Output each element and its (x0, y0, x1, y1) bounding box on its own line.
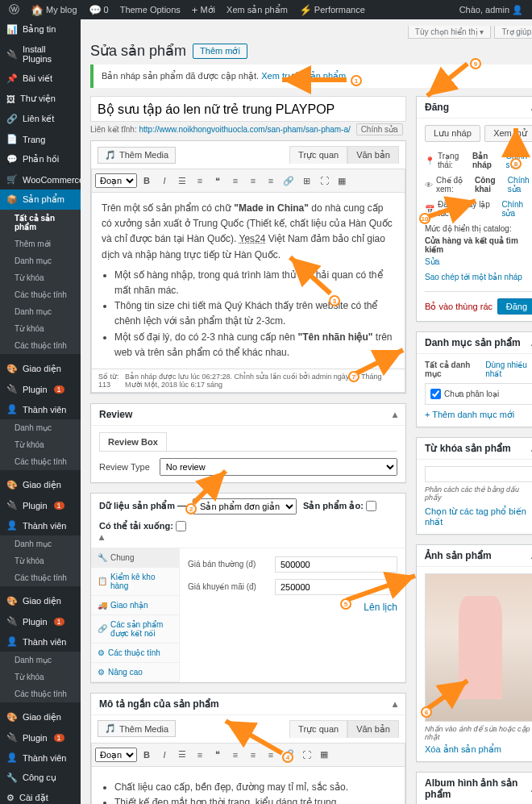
sidebar-subitem[interactable]: Các thuộc tính (0, 286, 81, 303)
sidebar-item[interactable]: ⚙Cài đặt (0, 788, 81, 804)
view-product[interactable]: Xem sản phẩm (222, 5, 292, 15)
product-data-tab[interactable]: ⚙ Nâng cao (91, 663, 179, 682)
edit-date-link[interactable]: Chính sửa (501, 200, 532, 218)
sidebar-item[interactable]: 🖼Thư viện (0, 89, 81, 109)
sidebar-item[interactable]: 👤Thành viên (0, 748, 81, 768)
bold-icon[interactable]: B (139, 173, 155, 189)
align-center-icon[interactable]: ≡ (245, 747, 261, 763)
sidebar-item[interactable]: 📌Bài viết (0, 69, 81, 89)
regular-price-input[interactable] (275, 556, 397, 573)
sidebar-item[interactable]: 🎨Giao diện (0, 475, 81, 495)
quote-icon[interactable]: ❝ (210, 747, 226, 763)
align-center-icon[interactable]: ≡ (245, 173, 261, 189)
preview-button[interactable]: Xem thử (484, 125, 532, 142)
format-select-2[interactable]: Đoạn (95, 748, 137, 762)
number-list-icon[interactable]: ≡ (192, 747, 208, 763)
cat-uncategorized[interactable]: Chưa phân loại (430, 389, 530, 399)
sidebar-subitem[interactable]: Từ khóa (0, 436, 81, 453)
sidebar-subitem[interactable]: Từ khóa (0, 669, 81, 685)
toggle-icon[interactable]: ▴ (393, 409, 397, 420)
review-type-select[interactable]: No review (160, 458, 397, 476)
more-icon[interactable]: ⊞ (298, 173, 314, 189)
sidebar-item[interactable]: 🔌Install Plugins (0, 40, 81, 69)
fullscreen-icon[interactable]: ⛶ (298, 747, 314, 763)
tag-input[interactable] (425, 466, 532, 482)
product-type-select[interactable]: Sản phẩm đơn giản (193, 498, 297, 514)
sidebar-item[interactable]: 👤Thành viên (0, 515, 81, 535)
sidebar-item[interactable]: 🔧Công cụ (0, 768, 81, 788)
permalink-url[interactable]: http://www.noikhongvoithuocla.com/san-ph… (139, 125, 350, 134)
edit-catalog-link[interactable]: Sửa (425, 257, 439, 266)
toggle-icon[interactable]: ▴ (99, 531, 104, 543)
italic-icon[interactable]: I (156, 747, 172, 763)
wp-logo[interactable]: ⓦ (5, 2, 23, 17)
edit-slug-button[interactable]: Chính sửa (356, 123, 403, 135)
link-icon[interactable]: 🔗 (281, 747, 297, 763)
quote-icon[interactable]: ❝ (210, 173, 226, 189)
featured-image[interactable] (425, 573, 532, 722)
sidebar-item[interactable]: 📄Trang (0, 129, 81, 149)
downloadable-checkbox[interactable] (176, 521, 186, 531)
product-title-input[interactable] (90, 96, 406, 122)
bold-icon[interactable]: B (139, 747, 155, 763)
trash-link[interactable]: Bỏ vào thùng rác (425, 302, 493, 312)
help-button[interactable]: Trợ giúp ▾ (494, 26, 532, 39)
add-media-button-2[interactable]: 🎵 Thêm Media (98, 720, 176, 737)
sidebar-item[interactable]: 🔗Liên kết (0, 109, 81, 129)
text-tab[interactable]: Văn bản (347, 146, 399, 164)
product-data-tab[interactable]: 🚚 Giao nhận (91, 596, 179, 615)
sidebar-subitem[interactable]: Danh mục (0, 419, 81, 436)
save-draft-button[interactable]: Lưu nháp (425, 125, 480, 142)
product-data-tab[interactable]: 🔗 Các sản phẩm được kết nối (91, 615, 179, 644)
sidebar-item[interactable]: 🔌Plugin1 (0, 611, 81, 631)
screen-options-button[interactable]: Tùy chọn hiển thị ▾ (408, 26, 492, 39)
sidebar-item[interactable]: 🎨Giao diện (0, 591, 81, 611)
align-right-icon[interactable]: ≡ (263, 173, 279, 189)
copy-draft-link[interactable]: Sao chép tới một bản nháp (425, 273, 522, 281)
schedule-link[interactable]: Lên lịch (364, 602, 397, 613)
sidebar-subitem[interactable]: Các thuộc tính (0, 569, 81, 586)
choose-tags-link[interactable]: Chọn từ các tag phổ biến nhất (425, 506, 526, 527)
review-box-tab[interactable]: Review Box (99, 432, 167, 451)
product-data-tab[interactable]: 📋 Kiểm kê kho hàng (91, 568, 179, 596)
sidebar-item[interactable]: 🔌Plugin1 (0, 379, 81, 399)
sidebar-subitem[interactable]: Các thuộc tính (0, 453, 81, 470)
italic-icon[interactable]: I (156, 173, 172, 189)
theme-options[interactable]: Theme Options (116, 5, 185, 15)
site-name[interactable]: 🏠My blog (27, 4, 81, 16)
align-left-icon[interactable]: ≡ (227, 747, 243, 763)
content-editor[interactable]: Trên một số sản phẩm có chữ "Made in Chi… (91, 193, 405, 369)
sidebar-subitem[interactable]: Thêm mới (0, 235, 81, 252)
add-new-button[interactable]: Thêm mới (193, 44, 247, 59)
text-tab-2[interactable]: Văn bản (347, 720, 399, 738)
sidebar-item[interactable]: 🎨Giao diện (0, 707, 81, 727)
edit-visibility-link[interactable]: Chính sửa (508, 176, 532, 194)
sidebar-item[interactable]: 🔌Plugin1 (0, 727, 81, 748)
sidebar-subitem[interactable]: Danh mục (0, 652, 81, 669)
sidebar-subitem[interactable]: Các thuộc tính (0, 337, 81, 354)
preview-product-link[interactable]: Xem trước sản phẩm (261, 71, 346, 81)
format-select[interactable]: Đoạn (95, 173, 137, 188)
sidebar-subitem[interactable]: Danh mục (0, 252, 81, 269)
cat-tab-used[interactable]: Dùng nhiều nhất (485, 360, 532, 378)
publish-button[interactable]: Đăng (497, 298, 532, 315)
sidebar-item[interactable]: 🛒WooCommerce (0, 169, 81, 190)
number-list-icon[interactable]: ≡ (192, 173, 208, 189)
toolbar-toggle-icon[interactable]: ▦ (316, 747, 332, 763)
sidebar-item[interactable]: 💬Phản hồi (0, 149, 81, 169)
user-greeting[interactable]: Chào, admin 👤 (455, 5, 527, 15)
cat-tab-all[interactable]: Tất cả danh mục (425, 360, 479, 378)
sidebar-subitem[interactable]: Danh mục (0, 535, 81, 552)
sidebar-subitem[interactable]: Từ khóa (0, 269, 81, 286)
sidebar-subitem[interactable]: Từ khóa (0, 320, 81, 337)
sidebar-item[interactable]: 🔌Plugin1 (0, 495, 81, 515)
align-right-icon[interactable]: ≡ (263, 747, 279, 763)
virtual-checkbox[interactable] (366, 501, 376, 511)
sidebar-item[interactable]: 🎨Giao diện (0, 359, 81, 379)
sidebar-item[interactable]: 👤Thành viên (0, 399, 81, 419)
product-data-tab[interactable]: 🔧 Chung (91, 548, 179, 568)
performance-menu[interactable]: ⚡Performance (295, 4, 369, 16)
sidebar-item[interactable]: 👤Thành viên (0, 631, 81, 652)
product-data-tab[interactable]: ⚙ Các thuộc tính (91, 644, 179, 663)
new-content[interactable]: +Mới (188, 4, 219, 16)
